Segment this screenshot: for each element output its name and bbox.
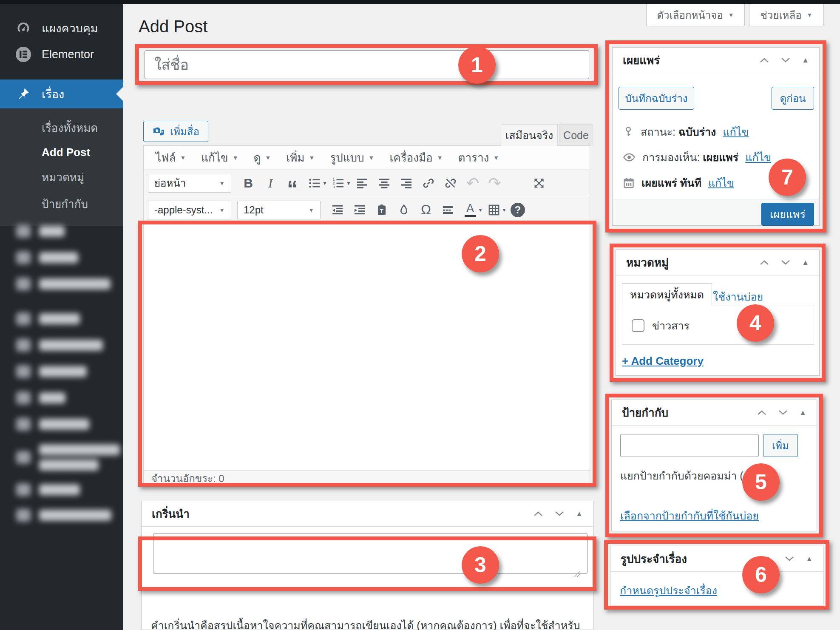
sidebar-item-add-post[interactable]: Add Post: [0, 141, 123, 164]
screen-options-label: ตัวเลือกหน้าจอ: [657, 7, 723, 23]
numbered-list-caret[interactable]: ▼: [346, 180, 351, 186]
sidebar-item-label: Elementor: [42, 48, 94, 61]
move-down-icon[interactable]: [780, 57, 791, 63]
publish-title: เผยแพร่: [623, 51, 660, 69]
active-menu-notch: [116, 87, 123, 101]
new-tag-input[interactable]: [620, 434, 759, 457]
char-count: จำนวนอักขระ: 0: [151, 470, 224, 487]
table-caret[interactable]: ▼: [502, 207, 507, 213]
editor-toolbar-row1: ย่อหน้า▼ B I “ ▼ 123 ▼ ↶ ↷: [144, 170, 590, 196]
category-checkbox[interactable]: [632, 319, 644, 332]
categories-panel-header[interactable]: หมวดหมู่ ▲: [616, 250, 819, 275]
chevron-down-icon: ▼: [807, 11, 813, 18]
bullet-list-caret[interactable]: ▼: [322, 180, 327, 186]
bold-button[interactable]: B: [237, 173, 259, 193]
schedule-row: เผยแพร่ ทันที แก้ไข: [623, 174, 734, 191]
collapse-toggle-icon[interactable]: ▲: [806, 555, 813, 563]
edit-visibility-link[interactable]: แก้ไข: [745, 149, 771, 166]
post-status-pin-icon: [623, 126, 634, 137]
collapse-toggle-icon[interactable]: ▲: [576, 510, 583, 518]
choose-from-most-used-link[interactable]: เลือกจากป้ายกำกับที่ใช้กันบ่อย: [620, 507, 759, 524]
italic-button[interactable]: I: [259, 173, 281, 193]
align-left-button[interactable]: [351, 173, 373, 193]
align-center-button[interactable]: [373, 173, 395, 193]
sidebar-item-categories[interactable]: หมวดหมู่: [0, 164, 123, 190]
move-up-icon[interactable]: [533, 511, 543, 517]
help-icon-button[interactable]: ?: [507, 200, 529, 220]
move-up-icon[interactable]: [759, 259, 769, 266]
collapse-toggle-icon[interactable]: ▲: [799, 409, 806, 417]
featured-image-panel-header[interactable]: รูปประจำเรื่อง ▲: [610, 546, 823, 572]
add-category-link[interactable]: + Add Category: [622, 355, 704, 368]
undo-button[interactable]: ↶: [462, 173, 484, 193]
visibility-eye-icon: [623, 151, 636, 164]
text-color-caret[interactable]: ▼: [478, 207, 483, 213]
insert-link-button[interactable]: [417, 173, 440, 193]
move-up-icon[interactable]: [759, 57, 769, 63]
blockquote-button[interactable]: “: [281, 173, 304, 193]
tab-code-editor[interactable]: Code: [559, 124, 593, 146]
menu-table[interactable]: ตาราง▼: [452, 146, 505, 169]
media-camera-icon: [152, 125, 165, 138]
tab-visual-editor[interactable]: เสมือนจริง: [501, 124, 558, 146]
paragraph-format-select[interactable]: ย่อหน้า▼: [148, 174, 231, 193]
menu-view[interactable]: ดู▼: [248, 146, 277, 169]
category-list-item: ข่าวสาร: [622, 306, 814, 334]
menu-tools[interactable]: เครื่องมือ▼: [383, 146, 448, 169]
tab-all-categories[interactable]: หมวดหมู่ทั้งหมด: [622, 283, 712, 306]
sidebar-item-elementor[interactable]: Elementor: [0, 41, 123, 68]
sidebar-item-posts[interactable]: เรื่อง: [0, 79, 123, 108]
tab-most-used[interactable]: ใช้งานบ่อย: [713, 288, 763, 305]
move-down-icon[interactable]: [784, 556, 795, 562]
special-character-button[interactable]: Ω: [415, 200, 437, 220]
move-up-icon[interactable]: [763, 556, 773, 562]
menu-format[interactable]: รูปแบบ▼: [324, 146, 380, 169]
editor-status-bar: จำนวนอักขระ: 0: [144, 470, 590, 486]
add-media-button[interactable]: เพิ่มสื่อ: [143, 121, 208, 142]
collapse-toggle-icon[interactable]: ▲: [802, 258, 809, 267]
menu-insert[interactable]: เพิ่ม▼: [280, 146, 321, 169]
help-button[interactable]: ช่วยเหลือ ▼: [749, 4, 824, 26]
publish-panel-header[interactable]: เผยแพร่ ▲: [613, 48, 819, 73]
save-draft-button[interactable]: บันทึกฉบับร่าง: [619, 87, 694, 110]
sidebar-item-all-posts[interactable]: เรื่องทั้งหมด: [0, 114, 123, 141]
editor-content-area[interactable]: [144, 224, 590, 470]
menu-file[interactable]: ไฟล์▼: [150, 146, 192, 169]
calendar-icon: [623, 177, 635, 189]
tags-panel-header[interactable]: ป้ายกำกับ ▲: [612, 400, 817, 426]
remove-link-button[interactable]: [440, 173, 462, 193]
align-right-button[interactable]: [395, 173, 417, 193]
move-down-icon[interactable]: [780, 259, 791, 266]
fullscreen-button[interactable]: [528, 173, 550, 193]
font-family-select[interactable]: -apple-syst...▼: [148, 201, 231, 219]
move-down-icon[interactable]: [778, 409, 788, 416]
indent-button[interactable]: [349, 200, 371, 220]
excerpt-textarea[interactable]: [153, 533, 587, 574]
edit-status-link[interactable]: แก้ไข: [723, 123, 749, 140]
preview-button[interactable]: ดูก่อน: [772, 87, 814, 110]
read-more-tag-button[interactable]: [437, 200, 459, 220]
clear-formatting-button[interactable]: [393, 200, 415, 220]
sidebar-item-dashboard[interactable]: แผงควบคุม: [0, 15, 123, 41]
screen-options-button[interactable]: ตัวเลือกหน้าจอ ▼: [646, 4, 745, 26]
excerpt-panel: เกริ่นนำ ▲ คำเกริ่นนำคือสรุปเนื้อหาใจควา…: [141, 501, 593, 630]
excerpt-panel-header[interactable]: เกริ่นนำ ▲: [142, 501, 593, 527]
redo-button[interactable]: ↷: [484, 173, 506, 193]
set-featured-image-link[interactable]: กำหนดรูปประจำเรื่อง: [620, 582, 717, 599]
editor-menubar: ไฟล์▼ แก้ไข▼ ดู▼ เพิ่ม▼ รูปแบบ▼ เครื่องม…: [144, 146, 590, 170]
edit-schedule-link[interactable]: แก้ไข: [708, 174, 734, 191]
tags-title: ป้ายกำกับ: [622, 404, 668, 421]
collapse-toggle-icon[interactable]: ▲: [802, 56, 809, 65]
post-title-input[interactable]: [145, 50, 589, 79]
category-label: ข่าวสาร: [652, 317, 690, 334]
move-down-icon[interactable]: [554, 511, 565, 517]
sidebar-item-tags[interactable]: ป้ายกำกับ: [0, 190, 123, 217]
paste-as-text-button[interactable]: T: [371, 200, 393, 220]
outdent-button[interactable]: [326, 200, 349, 220]
font-size-select[interactable]: 12pt▼: [237, 201, 321, 219]
menu-edit[interactable]: แก้ไข▼: [195, 146, 244, 169]
add-tag-button[interactable]: เพิ่ม: [763, 434, 798, 457]
publish-button[interactable]: เผยแพร่: [761, 203, 814, 226]
editor-toolbar-row2: -apple-syst...▼ 12pt▼ T Ω A ▼ ▼ ?: [144, 197, 590, 223]
move-up-icon[interactable]: [757, 409, 767, 416]
